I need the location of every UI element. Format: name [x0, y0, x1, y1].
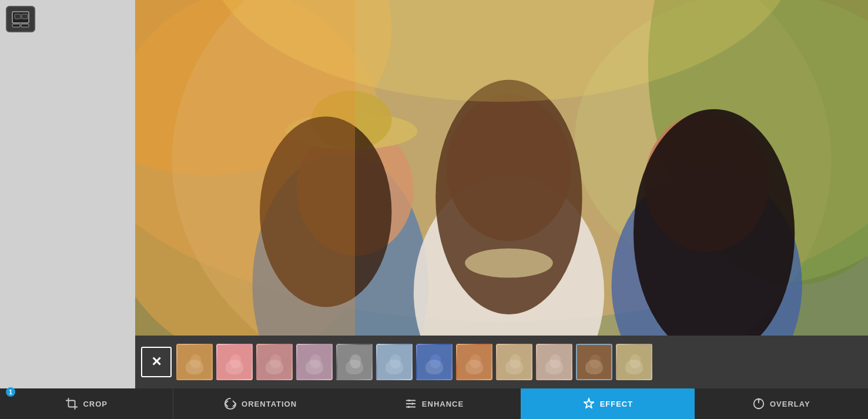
enhance-icon: [404, 397, 417, 410]
filter-thumb-8[interactable]: [456, 344, 492, 380]
main-area: ✕: [0, 0, 868, 388]
svg-point-51: [419, 357, 431, 371]
svg-point-71: [619, 357, 631, 371]
close-icon: ✕: [151, 354, 162, 370]
svg-point-48: [390, 354, 401, 368]
filter-thumb-1[interactable]: [176, 344, 213, 380]
svg-point-47: [379, 357, 391, 371]
svg-rect-3: [12, 24, 20, 27]
svg-point-28: [190, 354, 202, 368]
filter-thumb-10[interactable]: [536, 344, 572, 380]
svg-point-39: [299, 357, 311, 371]
svg-point-59: [499, 357, 511, 371]
filter-close-button[interactable]: ✕: [141, 347, 172, 377]
svg-point-19: [435, 80, 582, 314]
svg-point-20: [465, 249, 553, 278]
svg-point-49: [400, 357, 412, 371]
filter-thumb-7[interactable]: [416, 344, 453, 380]
orientation-label: ORENTATION: [242, 400, 297, 408]
svg-point-55: [459, 357, 471, 371]
svg-point-78: [411, 403, 414, 405]
svg-point-53: [440, 357, 452, 371]
svg-point-61: [520, 357, 532, 371]
app-icon: [6, 6, 35, 32]
svg-point-29: [200, 357, 212, 371]
bottom-toolbar: CROP 1 ORENTATION ENHANCE: [0, 388, 868, 419]
filter-thumb-6[interactable]: [376, 344, 413, 380]
effect-label: EFFECT: [600, 400, 634, 408]
svg-point-68: [589, 354, 601, 368]
svg-point-27: [179, 357, 191, 371]
crop-badge: 1: [6, 387, 15, 397]
svg-point-44: [350, 354, 361, 368]
filter-thumb-5[interactable]: [336, 344, 373, 380]
svg-rect-4: [21, 24, 29, 27]
crop-label: CROP: [83, 400, 108, 408]
photo-background: [135, 0, 868, 336]
filter-thumb-2[interactable]: [216, 344, 253, 380]
filter-thumb-9[interactable]: [496, 344, 532, 380]
svg-point-64: [549, 354, 561, 368]
svg-rect-2: [22, 14, 28, 19]
svg-point-67: [579, 357, 591, 371]
crop-button-wrap: CROP 1: [0, 388, 173, 419]
filter-strip: ✕: [135, 336, 868, 388]
photo-area: ✕: [135, 0, 868, 388]
filter-thumb-11[interactable]: [576, 344, 612, 380]
crop-icon: [65, 397, 78, 410]
effect-icon: [582, 397, 595, 410]
orientation-button[interactable]: ORENTATION: [173, 388, 347, 419]
svg-point-57: [480, 357, 492, 371]
svg-point-33: [240, 357, 252, 371]
filter-thumbnails: [176, 344, 862, 380]
overlay-button-wrap: OVERLAY: [695, 388, 868, 419]
svg-rect-1: [15, 14, 21, 19]
svg-point-35: [259, 357, 271, 371]
effect-button-wrap: EFFECT: [521, 388, 694, 419]
svg-point-72: [629, 354, 641, 368]
orientation-icon: [224, 397, 237, 410]
svg-point-43: [339, 357, 351, 371]
svg-point-60: [510, 354, 521, 368]
svg-point-41: [320, 357, 332, 371]
svg-point-45: [360, 357, 372, 371]
enhance-button[interactable]: ENHANCE: [347, 388, 521, 419]
svg-point-37: [280, 357, 292, 371]
svg-point-32: [230, 354, 242, 368]
filter-thumb-4[interactable]: [296, 344, 333, 380]
svg-point-63: [539, 357, 551, 371]
svg-point-77: [408, 400, 410, 402]
svg-point-73: [640, 357, 652, 371]
svg-point-56: [470, 354, 481, 368]
overlay-label: OVERLAY: [770, 400, 810, 408]
enhance-label: ENHANCE: [422, 400, 464, 408]
photo-container: [135, 0, 868, 336]
svg-point-65: [560, 357, 572, 371]
overlay-icon: [752, 397, 765, 410]
filter-thumb-12[interactable]: [616, 344, 652, 380]
svg-point-36: [270, 354, 281, 368]
effect-button[interactable]: EFFECT: [521, 388, 694, 419]
svg-point-52: [430, 354, 441, 368]
svg-point-69: [600, 357, 612, 371]
orientation-button-wrap: ORENTATION: [173, 388, 347, 419]
enhance-button-wrap: ENHANCE: [347, 388, 521, 419]
crop-button[interactable]: CROP: [0, 388, 173, 419]
svg-point-31: [219, 357, 231, 371]
overlay-button[interactable]: OVERLAY: [695, 388, 868, 419]
svg-point-40: [310, 354, 321, 368]
left-sidebar: [0, 0, 135, 388]
svg-point-79: [407, 406, 410, 408]
filter-thumb-3[interactable]: [256, 344, 293, 380]
